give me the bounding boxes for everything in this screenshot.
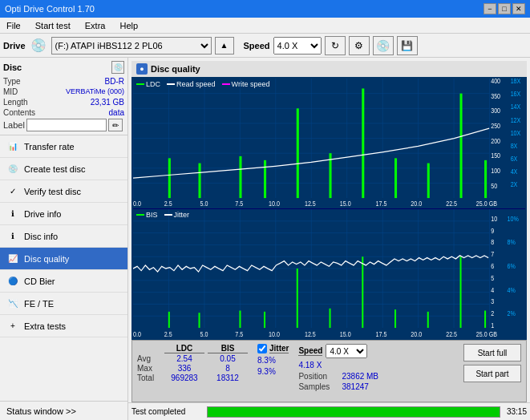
read-legend-color <box>167 83 175 85</box>
svg-text:20.0: 20.0 <box>411 329 422 337</box>
samples-row: Samples 381247 <box>298 382 378 391</box>
sidebar-item-fe-te[interactable]: 📉 FE / TE <box>0 293 127 315</box>
disc-mid-row: MID VERBATiMe (000) <box>3 87 124 96</box>
disc-contents-label: Contents <box>3 108 35 117</box>
label-row: Label ✏ <box>3 119 124 131</box>
stats-total-bis: 18312 <box>208 374 248 382</box>
ldc-legend-color <box>136 83 144 85</box>
samples-label: Samples <box>298 382 338 391</box>
maximize-button[interactable]: □ <box>498 3 511 14</box>
svg-text:5.0: 5.0 <box>200 329 208 337</box>
svg-rect-88 <box>484 310 486 328</box>
svg-text:22.5: 22.5 <box>446 329 457 337</box>
svg-rect-84 <box>362 256 363 328</box>
svg-text:20.0: 20.0 <box>411 200 422 208</box>
stats-avg-label: Avg <box>137 354 161 363</box>
svg-text:2.5: 2.5 <box>164 329 172 337</box>
menu-help[interactable]: Help <box>116 19 141 32</box>
svg-text:12X: 12X <box>511 116 521 124</box>
svg-text:350: 350 <box>491 92 500 100</box>
disc-length-row: Length 23,31 GB <box>3 98 124 107</box>
close-button[interactable]: ✕ <box>512 3 525 14</box>
sidebar-item-transfer-rate[interactable]: 📊 Transfer rate <box>0 135 127 158</box>
menu-extra[interactable]: Extra <box>82 19 109 32</box>
sidebar-item-cd-bier[interactable]: 🔵 CD Bier <box>0 270 127 293</box>
sidebar-item-verify-test-disc[interactable]: ✓ Verify test disc <box>0 180 127 203</box>
svg-text:14X: 14X <box>511 103 521 111</box>
stats-bar: LDC BIS Avg 2.54 0.05 Max 336 8 Total 96… <box>131 340 527 402</box>
disc-info-icon: ℹ <box>6 230 19 243</box>
minimize-button[interactable]: − <box>483 3 496 14</box>
sidebar-item-drive-info[interactable]: ℹ Drive info <box>0 203 127 225</box>
sidebar-item-disc-quality[interactable]: 📈 Disc quality <box>0 248 127 270</box>
options-button[interactable]: ⚙ <box>349 36 370 55</box>
disc-panel-title: Disc <box>3 63 22 72</box>
read-legend-label: Read speed <box>176 80 216 88</box>
svg-text:25.0 GB: 25.0 GB <box>476 329 498 337</box>
menu-file[interactable]: File <box>3 19 24 32</box>
svg-text:50: 50 <box>491 182 497 190</box>
menu-start-test[interactable]: Start test <box>32 19 74 32</box>
sidebar-label-transfer-rate: Transfer rate <box>24 142 75 151</box>
svg-rect-81 <box>264 311 265 327</box>
dq-panel: ● Disc quality LDC Read <box>131 61 527 340</box>
svg-text:7: 7 <box>491 249 494 258</box>
svg-text:0.0: 0.0 <box>133 329 141 337</box>
svg-text:6%: 6% <box>508 261 516 270</box>
sidebar-label-extra-tests: Extra tests <box>24 321 66 331</box>
transfer-rate-icon: 📊 <box>6 140 19 153</box>
speed-stat-select[interactable]: 4.0 X <box>326 344 367 358</box>
fe-te-icon: 📉 <box>6 297 19 310</box>
svg-rect-85 <box>394 309 396 328</box>
svg-text:10.0: 10.0 <box>269 200 280 208</box>
start-full-button[interactable]: Start full <box>463 344 521 361</box>
speed-select-top[interactable]: 4.0 X <box>273 37 322 55</box>
disc-type-value: BD-R <box>105 77 124 86</box>
svg-text:22.5: 22.5 <box>446 200 457 208</box>
disc-label-input[interactable] <box>26 119 107 131</box>
svg-text:200: 200 <box>491 137 500 145</box>
ldc-legend-label: LDC <box>146 80 160 88</box>
label-edit-button[interactable]: ✏ <box>108 119 123 131</box>
drive-icon: 💿 <box>29 37 48 55</box>
svg-rect-25 <box>362 88 364 198</box>
save-button[interactable]: 💾 <box>397 36 418 55</box>
svg-text:8X: 8X <box>511 142 518 150</box>
disc-button[interactable]: 💿 <box>373 36 394 55</box>
cd-bier-icon: 🔵 <box>6 275 19 288</box>
svg-text:100: 100 <box>491 167 500 175</box>
verify-test-disc-icon: ✓ <box>6 185 19 198</box>
disc-icon[interactable]: 💿 <box>111 61 124 74</box>
stats-max-label: Max <box>137 364 161 373</box>
svg-text:5.0: 5.0 <box>200 200 208 208</box>
svg-text:17.5: 17.5 <box>376 329 387 337</box>
refresh-button[interactable]: ↻ <box>325 36 346 55</box>
svg-text:3: 3 <box>491 297 494 305</box>
stats-total-ldc: 969283 <box>164 374 204 382</box>
svg-text:1: 1 <box>491 321 494 329</box>
stats-avg-speed: 4.18 X <box>298 361 322 370</box>
jitter-legend-label: Jitter <box>174 211 190 219</box>
write-legend-color <box>222 83 230 85</box>
status-window-button[interactable]: Status window >> <box>0 401 127 420</box>
start-part-button[interactable]: Start part <box>463 365 521 382</box>
legend-read: Read speed <box>167 80 216 88</box>
svg-text:8: 8 <box>491 237 494 246</box>
legend-bis: BIS <box>136 211 158 219</box>
drive-select[interactable]: (F:) ATAPI iHBS112 2 PL06 <box>51 37 212 55</box>
svg-text:2: 2 <box>491 309 494 317</box>
svg-text:15.0: 15.0 <box>340 329 351 337</box>
sidebar-item-extra-tests[interactable]: + Extra tests <box>0 315 127 337</box>
charts-area: LDC Read speed Write speed <box>131 77 527 340</box>
svg-rect-86 <box>427 311 429 327</box>
eject-button[interactable]: ▲ <box>215 37 234 55</box>
disc-contents-value: data <box>109 108 124 117</box>
disc-contents-row: Contents data <box>3 108 124 117</box>
svg-text:6: 6 <box>491 261 494 270</box>
write-legend-label: Write speed <box>232 80 270 88</box>
position-row: Position 23862 MB <box>298 372 378 381</box>
sidebar-item-create-test-disc[interactable]: 💿 Create test disc <box>0 158 127 180</box>
svg-text:18X: 18X <box>511 79 521 85</box>
jitter-checkbox[interactable] <box>257 344 267 353</box>
sidebar-item-disc-info[interactable]: ℹ Disc info <box>0 225 127 248</box>
